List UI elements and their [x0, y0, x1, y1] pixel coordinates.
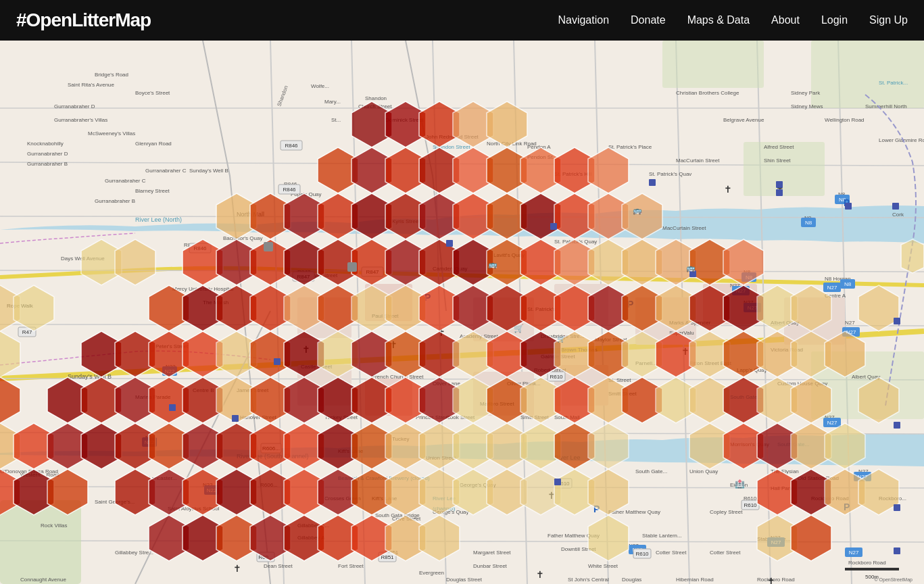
svg-text:Stable Lantern...: Stable Lantern... — [642, 533, 682, 539]
svg-text:Cork: Cork — [892, 212, 904, 218]
svg-text:Sidney Mews: Sidney Mews — [791, 103, 823, 110]
svg-text:Gurranabraher C: Gurranabraher C — [105, 178, 146, 184]
svg-rect-463 — [264, 242, 273, 251]
svg-text:Dunbar Street: Dunbar Street — [473, 563, 508, 569]
svg-text:Cotter Street: Cotter Street — [656, 550, 687, 556]
svg-text:Sidney Park: Sidney Park — [791, 90, 821, 96]
navigation: Navigation Donate Maps & Data About Logi… — [558, 14, 908, 26]
svg-text:Gurranabraher D: Gurranabraher D — [27, 151, 68, 157]
svg-text:Alfred Street: Alfred Street — [764, 144, 794, 150]
svg-text:Copley Street: Copley Street — [710, 509, 743, 515]
svg-text:White Street: White Street — [588, 563, 618, 569]
svg-text:Shin Street: Shin Street — [764, 157, 791, 164]
svg-text:N27: N27 — [827, 420, 837, 426]
svg-text:Knocknabohilly: Knocknabohilly — [27, 141, 64, 147]
svg-rect-19 — [811, 41, 924, 108]
svg-text:Hibernian Road: Hibernian Road — [676, 577, 714, 583]
svg-text:R610: R610 — [635, 551, 649, 557]
nav-signup[interactable]: Sign Up — [869, 14, 908, 26]
svg-rect-486 — [845, 568, 899, 570]
svg-text:Cotter Street: Cotter Street — [710, 550, 741, 556]
svg-text:Gurranabraher C: Gurranabraher C — [145, 168, 187, 174]
svg-text:Rock Villas: Rock Villas — [41, 522, 67, 529]
svg-text:Connaught Avenue: Connaught Avenue — [20, 577, 66, 583]
svg-text:Gurranabraher B: Gurranabraher B — [27, 161, 68, 167]
svg-rect-479 — [169, 404, 176, 411]
svg-marker-462 — [901, 239, 924, 273]
svg-text:Shandon: Shandon — [365, 95, 387, 101]
svg-text:MacCurtain Street: MacCurtain Street — [676, 157, 720, 164]
svg-rect-473 — [892, 203, 899, 210]
svg-rect-464 — [347, 262, 357, 272]
svg-text:Blarney Street: Blarney Street — [135, 188, 170, 194]
svg-text:South Gate...: South Gate... — [635, 468, 667, 474]
nav-maps-data[interactable]: Maps & Data — [687, 14, 750, 26]
svg-text:🚌: 🚌 — [633, 205, 642, 215]
svg-text:Douglas Street: Douglas Street — [446, 577, 483, 583]
svg-rect-21 — [662, 41, 764, 88]
svg-text:South Gata Bridge: South Gata Bridge — [375, 512, 420, 518]
svg-text:Summerhill North: Summerhill North — [865, 103, 907, 110]
svg-text:Rockboro Road: Rockboro Road — [757, 577, 795, 583]
svg-text:Sunday's Well B: Sunday's Well B — [189, 168, 228, 174]
nav-login[interactable]: Login — [821, 14, 848, 26]
svg-text:Wellington Road: Wellington Road — [825, 117, 865, 123]
svg-text:St...: St... — [331, 117, 341, 123]
svg-text:N27: N27 — [849, 550, 859, 556]
svg-text:✝: ✝ — [536, 569, 544, 580]
svg-rect-467 — [649, 179, 656, 186]
svg-text:Belgrave Avenue: Belgrave Avenue — [723, 117, 764, 123]
map-container[interactable]: Shandon North Mall The Marsh Kyle Street… — [0, 41, 924, 584]
map-svg: Shandon North Mall The Marsh Kyle Street… — [0, 41, 924, 584]
svg-text:Margaret Street: Margaret Street — [473, 550, 511, 556]
svg-text:Saint Rita's Avenue: Saint Rita's Avenue — [68, 82, 115, 88]
logo[interactable]: #OpenLitterMap — [16, 9, 151, 31]
svg-rect-475 — [894, 422, 900, 429]
svg-text:McSweeney's Villas: McSweeney's Villas — [88, 130, 135, 137]
svg-text:🚌: 🚌 — [686, 263, 696, 272]
svg-text:St. Patrick's Place: St. Patrick's Place — [608, 144, 652, 150]
svg-text:River Lee (North): River Lee (North) — [135, 216, 182, 223]
svg-rect-468 — [776, 189, 783, 196]
svg-rect-471 — [554, 479, 561, 485]
nav-navigation[interactable]: Navigation — [558, 14, 609, 26]
svg-text:MacCurtain Street: MacCurtain Street — [662, 225, 706, 231]
svg-rect-20 — [744, 142, 825, 196]
svg-text:Boyce's Street: Boyce's Street — [135, 90, 170, 96]
svg-text:N27: N27 — [827, 285, 837, 291]
svg-rect-469 — [776, 181, 783, 188]
svg-text:✝: ✝ — [767, 576, 775, 584]
svg-text:French Church Street: French Church Street — [372, 374, 424, 380]
svg-text:Evergreen: Evergreen — [419, 570, 444, 576]
svg-text:Gurranabraher B: Gurranabraher B — [95, 198, 135, 204]
svg-rect-477 — [894, 548, 900, 554]
svg-text:Christian Brothers College: Christian Brothers College — [676, 90, 739, 96]
svg-rect-478 — [232, 415, 239, 422]
svg-text:✝: ✝ — [724, 184, 732, 195]
svg-text:N8: N8 — [805, 220, 812, 226]
nav-about[interactable]: About — [771, 14, 800, 26]
nav-donate[interactable]: Donate — [631, 14, 666, 26]
svg-rect-465 — [446, 240, 453, 247]
svg-text:St John's Central: St John's Central — [568, 577, 609, 583]
svg-text:Union Quay: Union Quay — [689, 468, 718, 474]
svg-text:Glenryan Road: Glenryan Road — [135, 141, 172, 147]
svg-text:N8: N8 — [844, 281, 852, 287]
svg-rect-476 — [894, 504, 900, 511]
svg-rect-466 — [550, 223, 557, 230]
svg-text:R610: R610 — [550, 374, 563, 380]
svg-text:🛒: 🛒 — [557, 335, 566, 343]
svg-text:Fort Street: Fort Street — [338, 563, 364, 569]
svg-text:Rockboro Road: Rockboro Road — [848, 560, 886, 566]
svg-rect-474 — [894, 318, 900, 324]
svg-rect-480 — [274, 358, 281, 365]
svg-text:✝: ✝ — [233, 563, 241, 574]
svg-text:Mary...: Mary... — [324, 99, 341, 105]
svg-text:R610: R610 — [744, 502, 757, 508]
svg-text:Douglas: Douglas — [622, 577, 641, 583]
svg-text:Wolfe...: Wolfe... — [311, 83, 329, 89]
svg-rect-470 — [845, 203, 852, 210]
svg-text:St. Patrick...: St. Patrick... — [879, 80, 908, 86]
svg-text:R846: R846 — [285, 143, 298, 149]
svg-text:N27: N27 — [845, 320, 855, 326]
